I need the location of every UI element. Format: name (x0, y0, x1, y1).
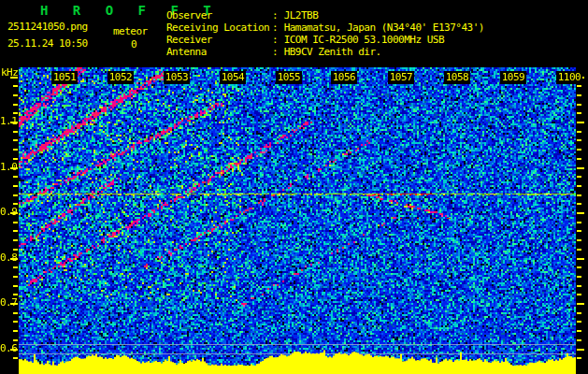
time-tick-label: 1051 (51, 71, 78, 84)
meteor-count: 0 (131, 38, 136, 50)
time-tick-label: 1058 (444, 71, 470, 84)
freq-axis-unit: kHz (1, 66, 18, 79)
time-tick-label: 1054 (220, 71, 246, 84)
time-tick-label: 1059 (500, 71, 526, 84)
spectrogram-canvas (0, 67, 588, 374)
freq-tick-label: 1.1 (0, 115, 16, 127)
freq-tick-label: 1.0 (0, 161, 16, 173)
output-filename: 2511241050.png (7, 21, 88, 33)
time-tick-label: 1053 (164, 71, 190, 84)
time-tick-label: 1052 (108, 71, 134, 84)
time-tick-label: 1055 (276, 71, 302, 84)
time-tick-label: 1057 (388, 71, 414, 84)
timestamp: 25.11.24 10:50 (7, 37, 88, 50)
mode-label: meteor (113, 25, 148, 37)
time-tick-label: 1056 (331, 71, 357, 84)
hrofft-screen: H R O F F T 2511241050.png meteor 25.11.… (0, 0, 588, 374)
freq-tick-label: 0.9 (0, 206, 16, 218)
info-separator: : (272, 46, 279, 58)
freq-tick-label: 0.7 (0, 296, 16, 309)
info-value: HB9CV Zenith dir. (284, 46, 381, 58)
freq-tick-label: 0.8 (0, 252, 16, 264)
time-tick-label: 1100 (556, 71, 582, 84)
freq-tick-label: 0.6 (0, 342, 16, 354)
info-row-antenna: Antenna:HB9CV Zenith dir. (166, 41, 381, 59)
info-label: Antenna (166, 46, 272, 58)
